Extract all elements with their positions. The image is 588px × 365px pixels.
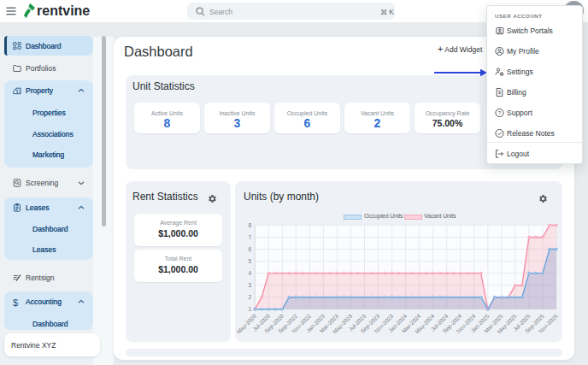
- svg-text:7: 7: [249, 234, 252, 240]
- svg-text:5: 5: [249, 258, 252, 264]
- svg-text:2: 2: [249, 294, 252, 300]
- svg-text:$: $: [498, 90, 501, 95]
- svg-text:3: 3: [249, 282, 252, 288]
- svg-text:6: 6: [249, 246, 252, 252]
- svg-text:?: ?: [498, 110, 502, 115]
- svg-text:4: 4: [249, 270, 252, 276]
- svg-text:8: 8: [249, 222, 252, 228]
- svg-text:1: 1: [249, 306, 252, 312]
